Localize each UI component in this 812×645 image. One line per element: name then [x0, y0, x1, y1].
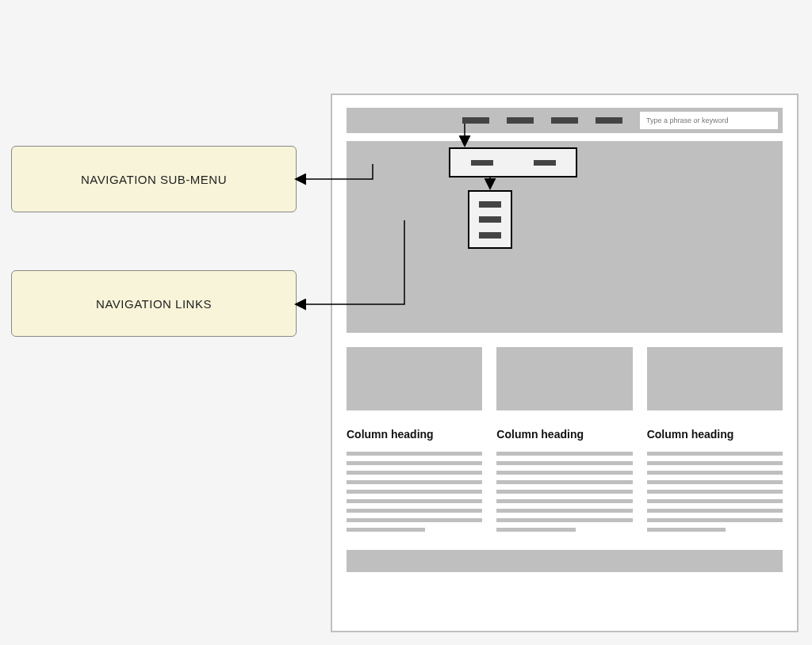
footer-bar: [347, 550, 783, 572]
column-heading: Column heading: [647, 428, 783, 441]
nav-link[interactable]: [479, 232, 501, 239]
column-image-placeholder: [647, 347, 783, 410]
columns: Column heading Column heading Column: [347, 347, 783, 537]
nav-item[interactable]: [551, 117, 578, 124]
column-image-placeholder: [347, 347, 482, 410]
submenu-item[interactable]: [471, 160, 493, 166]
wireframe-page: Type a phrase or keyword Column heading: [331, 94, 799, 632]
column: Column heading: [496, 347, 632, 537]
hero-region: [347, 141, 783, 333]
diagram-canvas: NAVIGATION SUB-MENU NAVIGATION LINKS Typ…: [0, 0, 812, 645]
nav-link[interactable]: [479, 201, 501, 208]
column: Column heading: [647, 347, 783, 537]
search-input[interactable]: Type a phrase or keyword: [640, 112, 778, 129]
column-heading: Column heading: [496, 428, 632, 441]
submenu-item[interactable]: [534, 160, 556, 166]
column-text-lines: [647, 452, 783, 532]
nav-item[interactable]: [462, 117, 489, 124]
nav-link[interactable]: [479, 216, 501, 223]
nav-bar: Type a phrase or keyword: [347, 108, 783, 133]
annotation-links-label: NAVIGATION LINKS: [11, 270, 297, 337]
column: Column heading: [347, 347, 482, 537]
annotation-text: NAVIGATION LINKS: [96, 297, 212, 311]
column-image-placeholder: [496, 347, 632, 410]
search-placeholder: Type a phrase or keyword: [646, 116, 729, 124]
annotation-text: NAVIGATION SUB-MENU: [81, 173, 227, 186]
nav-links[interactable]: [468, 190, 512, 249]
column-text-lines: [496, 452, 632, 532]
nav-item[interactable]: [596, 117, 622, 124]
column-text-lines: [347, 452, 482, 532]
column-heading: Column heading: [347, 428, 482, 441]
nav-item[interactable]: [507, 117, 534, 124]
nav-submenu[interactable]: [449, 147, 577, 177]
annotation-submenu-label: NAVIGATION SUB-MENU: [11, 146, 297, 212]
